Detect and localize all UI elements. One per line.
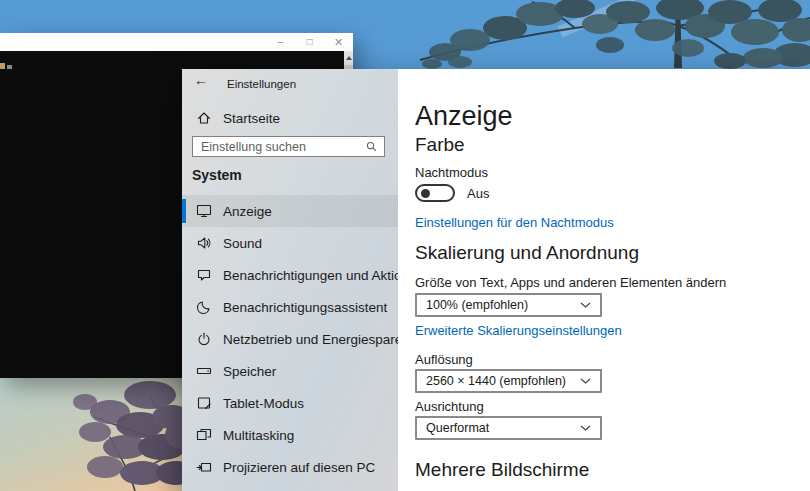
resolution-label: Auflösung xyxy=(415,352,810,367)
orientation-select[interactable]: Querformat xyxy=(415,416,602,440)
orientation-value: Querformat xyxy=(426,421,580,435)
drive-icon xyxy=(196,363,212,379)
sidebar-item-anzeige[interactable]: Anzeige xyxy=(182,195,398,227)
power-icon xyxy=(196,331,212,347)
sunset-wallpaper-region xyxy=(0,377,183,491)
night-mode-row: Aus xyxy=(415,184,810,202)
scaling-value: 100% (empfohlen) xyxy=(426,298,580,312)
sidebar-item-label: Projizieren auf diesen PC xyxy=(223,460,375,475)
window-title: Einstellungen xyxy=(227,78,296,90)
selected-accent-bar xyxy=(182,199,186,223)
sidebar-items: Anzeige Sound Benachrichtigungen und Akt… xyxy=(182,195,398,483)
sidebar-item-label: Multitasking xyxy=(223,428,294,443)
sidebar-item-label: Anzeige xyxy=(223,204,272,219)
screen: – □ ✕ ← Einstellungen Startseite xyxy=(0,0,810,491)
sidebar-item-netzbetrieb[interactable]: Netzbetrieb und Energiesparen xyxy=(182,323,398,355)
scaling-label: Größe von Text, Apps und anderen Element… xyxy=(415,275,810,290)
console-prompt-fragment xyxy=(0,63,5,69)
moon-icon xyxy=(196,299,212,315)
chevron-down-icon xyxy=(580,378,591,385)
settings-search-box[interactable] xyxy=(192,136,385,157)
resolution-value: 2560 × 1440 (empfohlen) xyxy=(426,374,580,388)
home-icon xyxy=(196,110,212,126)
display-icon xyxy=(196,203,212,219)
night-mode-toggle[interactable] xyxy=(415,184,455,202)
back-button[interactable]: ← xyxy=(194,72,208,88)
windows-icon xyxy=(196,427,212,443)
page-title: Anzeige xyxy=(415,103,810,129)
night-mode-settings-link[interactable]: Einstellungen für den Nachtmodus xyxy=(415,215,810,231)
sidebar-item-label: Sound xyxy=(223,236,262,251)
minimize-icon[interactable]: – xyxy=(266,33,295,51)
console-cursor xyxy=(7,65,12,69)
chevron-down-icon xyxy=(580,425,591,432)
sidebar-item-projizieren[interactable]: Projizieren auf diesen PC xyxy=(182,451,398,483)
color-section-heading: Farbe xyxy=(415,135,810,155)
sidebar-item-benachrichtigungsassistent[interactable]: Benachrichtigungsassistent xyxy=(182,291,398,323)
console-titlebar[interactable]: – □ ✕ xyxy=(0,33,353,51)
sidebar-item-speicher[interactable]: Speicher xyxy=(182,355,398,387)
sidebar-item-startseite[interactable]: Startseite xyxy=(182,105,398,131)
search-input[interactable] xyxy=(193,138,365,155)
settings-sidebar: ← Einstellungen Startseite System xyxy=(182,69,398,491)
resolution-select[interactable]: 2560 × 1440 (empfohlen) xyxy=(415,369,602,393)
night-mode-label: Nachtmodus xyxy=(415,165,810,180)
settings-header: ← Einstellungen xyxy=(182,69,398,99)
sidebar-item-tablet-modus[interactable]: Tablet-Modus xyxy=(182,387,398,419)
sidebar-item-label: Benachrichtigungen und Aktionen xyxy=(223,268,424,283)
sidebar-item-multitasking[interactable]: Multitasking xyxy=(182,419,398,451)
scaling-select[interactable]: 100% (empfohlen) xyxy=(415,293,602,317)
search-icon[interactable] xyxy=(365,140,378,153)
orientation-label: Ausrichtung xyxy=(415,399,810,414)
sidebar-item-benachrichtigungen[interactable]: Benachrichtigungen und Aktionen xyxy=(182,259,398,291)
sidebar-item-label: Netzbetrieb und Energiesparen xyxy=(223,332,410,347)
multiple-displays-heading: Mehrere Bildschirme xyxy=(415,460,810,480)
chevron-down-icon xyxy=(580,302,591,309)
chat-bubble-icon xyxy=(196,267,212,283)
close-icon[interactable]: ✕ xyxy=(324,33,353,51)
tablet-icon xyxy=(196,395,212,411)
settings-main-pane: Anzeige Farbe Nachtmodus Aus Einstellung… xyxy=(398,69,810,491)
toggle-knob xyxy=(421,189,430,198)
sidebar-section-heading: System xyxy=(192,167,242,183)
maximize-icon[interactable]: □ xyxy=(295,33,324,51)
tree-silhouette-bottom xyxy=(0,377,183,491)
settings-window: ← Einstellungen Startseite System xyxy=(182,69,810,491)
sidebar-item-sound[interactable]: Sound xyxy=(182,227,398,259)
sidebar-item-label: Benachrichtigungsassistent xyxy=(223,300,387,315)
sidebar-item-label: Startseite xyxy=(223,111,280,126)
sidebar-item-label: Speicher xyxy=(223,364,276,379)
night-mode-state: Aus xyxy=(467,186,489,201)
project-icon xyxy=(196,459,212,475)
sidebar-item-label: Tablet-Modus xyxy=(223,396,304,411)
advanced-scaling-link[interactable]: Erweiterte Skalierungseinstellungen xyxy=(415,323,810,339)
scroll-up-icon[interactable] xyxy=(344,51,353,65)
scaling-section-heading: Skalierung und Anordnung xyxy=(415,243,810,263)
speaker-icon xyxy=(196,235,212,251)
